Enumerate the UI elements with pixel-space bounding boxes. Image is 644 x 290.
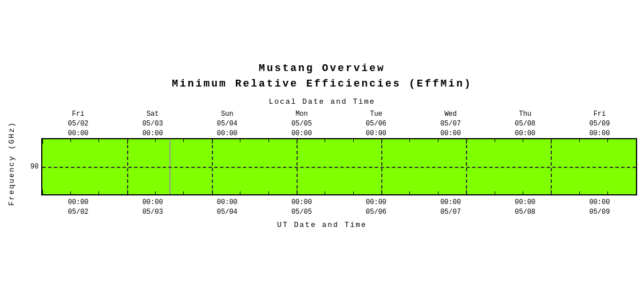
chart-title: Mustang Overview Minimum Relative Effici… xyxy=(172,61,472,92)
tick-top-minor-2-2 xyxy=(268,139,269,142)
top-day-label-5: Wed05/0700:00 xyxy=(413,109,488,138)
bottom-day-label-2: 00:0005/04 xyxy=(190,198,264,217)
tick-bottom-minor-0-2 xyxy=(98,191,99,194)
chart-inner: Fri05/0200:00Sat05/0300:00Sun05/0400:00M… xyxy=(18,109,637,217)
tick-bottom-minor-2-2 xyxy=(268,191,269,194)
tick-top-minor-6-1 xyxy=(579,139,580,142)
top-day-label-3: Mon05/0500:00 xyxy=(264,109,339,138)
y-tick-value: 90 xyxy=(30,163,38,171)
top-axis-label: Local Date and Time xyxy=(268,97,375,106)
plot-wrapper: 90 xyxy=(18,138,637,195)
tick-top-major-7 xyxy=(636,139,637,144)
bottom-day-label-1: 00:0005/03 xyxy=(116,198,190,217)
tick-bottom-minor-6-1 xyxy=(579,191,580,194)
top-day-label-1: Sat05/0300:00 xyxy=(116,109,190,138)
top-day-label-4: Tue05/0600:00 xyxy=(339,109,413,138)
tick-bottom-minor-3-2 xyxy=(353,191,354,194)
tick-bottom-minor-5-2 xyxy=(523,191,523,194)
tick-bottom-minor-5-1 xyxy=(495,191,495,194)
plot-box xyxy=(41,138,637,195)
title-line2: Minimum Relative Efficiencies (EffMin) xyxy=(172,76,472,92)
horizontal-dashed-line xyxy=(42,167,636,168)
bottom-day-label-5: 00:0005/07 xyxy=(413,198,488,217)
tick-bottom-minor-2-1 xyxy=(240,191,240,194)
bottom-day-label-3: 00:0005/05 xyxy=(264,198,339,217)
tick-top-minor-1-1 xyxy=(155,139,156,142)
top-day-label-2: Sun05/0400:00 xyxy=(190,109,264,138)
tick-top-minor-3-2 xyxy=(353,139,354,142)
tick-bottom-minor-6-2 xyxy=(607,191,608,194)
tick-bottom-minor-0-1 xyxy=(70,191,71,194)
tick-top-minor-3-1 xyxy=(325,139,325,142)
tick-top-minor-5-2 xyxy=(523,139,523,142)
tick-bottom-major-7 xyxy=(636,190,637,194)
tick-top-minor-6-2 xyxy=(607,139,608,142)
bottom-axis-label: UT Date and Time xyxy=(277,221,367,229)
chart-area: Frequency (GHz) Fri05/0200:00Sat05/0300:… xyxy=(7,109,637,217)
title-line1: Mustang Overview xyxy=(172,61,472,76)
top-day-label-0: Fri05/0200:00 xyxy=(41,109,116,138)
bottom-day-label-6: 00:0005/08 xyxy=(488,198,562,217)
chart-container: Mustang Overview Minimum Relative Effici… xyxy=(7,61,637,229)
tick-top-major-0 xyxy=(42,139,43,144)
top-day-label-7: Fri05/0900:00 xyxy=(562,109,637,138)
tick-top-minor-4-1 xyxy=(409,139,410,142)
tick-bottom-minor-1-2 xyxy=(183,191,184,194)
tick-top-minor-0-2 xyxy=(98,139,99,142)
bottom-day-label-0: 00:0005/02 xyxy=(41,198,116,217)
y-tick-labels: 90 xyxy=(18,138,41,195)
tick-top-minor-4-2 xyxy=(438,139,438,142)
top-labels: Fri05/0200:00Sat05/0300:00Sun05/0400:00M… xyxy=(41,109,637,138)
tick-top-minor-2-1 xyxy=(240,139,240,142)
tick-top-minor-1-2 xyxy=(183,139,184,142)
tick-bottom-minor-4-1 xyxy=(409,191,410,194)
tick-bottom-minor-3-1 xyxy=(325,191,325,194)
tick-bottom-major-0 xyxy=(42,190,43,194)
tick-bottom-minor-1-1 xyxy=(155,191,156,194)
y-axis-label: Frequency (GHz) xyxy=(7,109,16,217)
bottom-day-label-4: 00:0005/06 xyxy=(339,198,413,217)
top-day-label-6: Thu05/0800:00 xyxy=(488,109,562,138)
bottom-labels: 00:0005/0200:0005/0300:0005/0400:0005/05… xyxy=(41,198,637,217)
bottom-day-label-7: 00:0005/09 xyxy=(562,198,637,217)
tick-bottom-minor-4-2 xyxy=(438,191,438,194)
tick-top-minor-0-1 xyxy=(70,139,71,142)
tick-top-minor-5-1 xyxy=(495,139,495,142)
